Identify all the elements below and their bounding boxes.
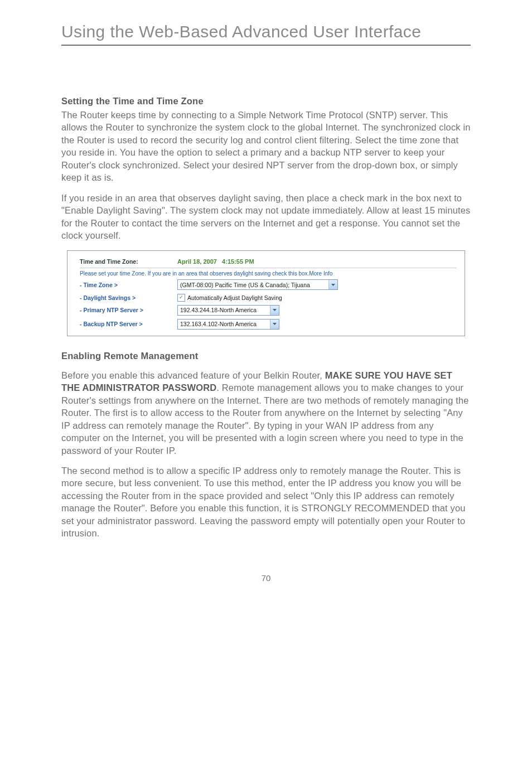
paragraph-remote-1: Before you enable this advanced feature … <box>61 369 471 457</box>
page-number: 70 <box>61 573 471 583</box>
primary-ntp-select[interactable]: 192.43.244.18-North America <box>177 305 279 316</box>
fig-label-backup-ntp[interactable]: - Backup NTP Server > <box>80 321 177 327</box>
fig-header-datetime: April 18, 2007 4:15:55 PM <box>177 258 457 265</box>
fig-label-primary-ntp[interactable]: - Primary NTP Server > <box>80 307 177 313</box>
paragraph-remote-1a: Before you enable this advanced feature … <box>61 370 325 380</box>
primary-ntp-value: 192.43.244.18-North America <box>178 307 270 313</box>
page-title: Using the Web-Based Advanced User Interf… <box>61 22 471 41</box>
chevron-down-icon <box>270 320 279 329</box>
paragraph-time-zone-1: The Router keeps time by connecting to a… <box>61 109 471 184</box>
chevron-down-icon <box>270 306 279 315</box>
heading-time-zone: Setting the Time and Time Zone <box>61 96 471 107</box>
paragraph-remote-1b: . Remote management allows you to make c… <box>61 383 469 455</box>
chevron-down-icon <box>328 280 337 289</box>
fig-label-timezone[interactable]: - Time Zone > <box>80 282 177 288</box>
title-rule <box>61 45 471 46</box>
fig-divider <box>80 268 457 268</box>
fig-label-daylight[interactable]: - Daylight Savings > <box>80 294 177 301</box>
time-zone-figure: Time and Time Zone: April 18, 2007 4:15:… <box>67 250 465 336</box>
daylight-checkbox-label: Automatically Adjust Daylight Saving <box>187 294 282 301</box>
backup-ntp-select[interactable]: 132.163.4.102-North America <box>177 319 279 330</box>
fig-header-label: Time and Time Zone: <box>80 258 177 265</box>
timezone-select[interactable]: (GMT-08:00) Pacific Time (US & Canada); … <box>177 279 338 290</box>
backup-ntp-value: 132.163.4.102-North America <box>178 321 270 327</box>
paragraph-time-zone-2: If you reside in an area that observes d… <box>61 192 471 242</box>
timezone-select-value: (GMT-08:00) Pacific Time (US & Canada); … <box>178 282 328 288</box>
checkbox-icon: ✓ <box>177 294 185 302</box>
heading-remote-mgmt: Enabling Remote Management <box>61 351 471 361</box>
paragraph-remote-2: The second method is to allow a specific… <box>61 464 471 540</box>
daylight-checkbox-wrap[interactable]: ✓ Automatically Adjust Daylight Saving <box>177 294 282 302</box>
fig-note: Please set your time Zone. If you are in… <box>80 270 457 277</box>
